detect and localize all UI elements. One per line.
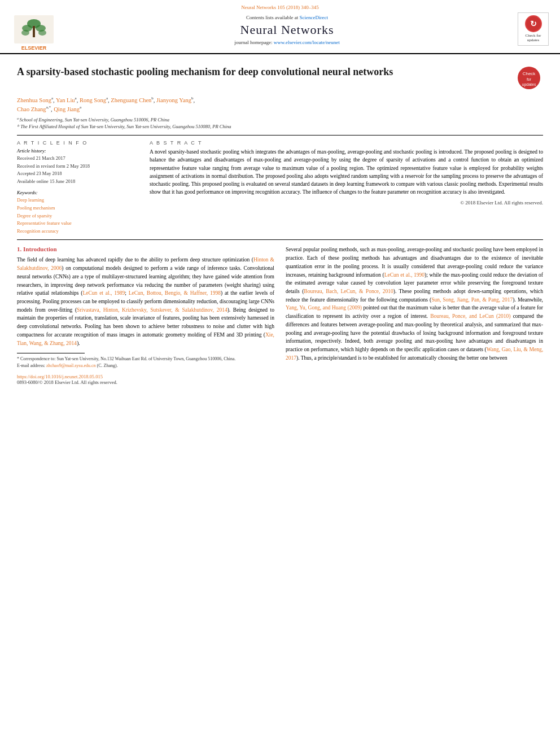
doi-url[interactable]: https://doi.org/10.1016/j.neunet.2018.05…	[17, 374, 103, 379]
homepage-link[interactable]: www.elsevier.com/locate/neunet	[274, 40, 340, 45]
svg-point-6	[38, 30, 46, 36]
article-title: A sparsity-based stochastic pooling mech…	[17, 65, 509, 78]
article-history: Article history: Received 21 March 2017 …	[17, 148, 141, 185]
page-container: Neural Networks 105 (2018) 340–345 ELSEV…	[0, 0, 560, 747]
intro-heading: 1. Introduction	[17, 246, 274, 252]
author-yan-liu[interactable]: Yan Liu	[56, 97, 75, 103]
svg-text:Check: Check	[522, 71, 536, 76]
svg-text:updates: updates	[522, 82, 536, 87]
journal-header: Neural Networks 105 (2018) 340–345 ELSEV…	[0, 0, 560, 54]
ref-lecun-1989[interactable]: LeCun et al., 1989	[82, 290, 125, 296]
revised-date: Received in revised form 2 May 2018	[17, 163, 141, 171]
body-col-left: 1. Introduction The field of deep learni…	[17, 246, 274, 385]
author-rong-song[interactable]: Rong Song	[80, 97, 106, 103]
ref-xie-2014[interactable]: Xie, Tian, Wang, & Zhang, 2014	[17, 332, 274, 346]
article-title-section: A sparsity-based stochastic pooling mech…	[17, 65, 543, 92]
keyword-representative-feature[interactable]: Representative feature value	[17, 220, 141, 228]
article-info-label: A R T I C L E I N F O	[17, 140, 141, 146]
available-date: Available online 15 June 2018	[17, 178, 141, 186]
svg-rect-4	[33, 26, 35, 37]
footnote-star: * Correspondence to: Sun Yat-sen Univers…	[17, 356, 274, 362]
received-date: Received 21 March 2017	[17, 155, 141, 163]
email-label: E-mail address:	[17, 363, 46, 368]
copyright-line: © 2018 Elsevier Ltd. All rights reserved…	[150, 200, 543, 206]
author-zhenguang-chen[interactable]: Zhenguang Chen	[111, 97, 151, 103]
author-chao-zhang[interactable]: Chao Zhang	[17, 106, 46, 112]
body-two-col: 1. Introduction The field of deep learni…	[17, 246, 543, 385]
article-info-abstract: A R T I C L E I N F O Article history: R…	[17, 135, 543, 240]
email-link[interactable]: zhchao9@mail.sysu.edu.cn	[46, 363, 96, 368]
abstract-text: A novel sparsity-based stochastic poolin…	[150, 148, 543, 196]
homepage-label: journal homepage:	[234, 40, 272, 45]
abstract-col: A B S T R A C T A novel sparsity-based s…	[150, 140, 543, 235]
authors-line: Zhenhua Songa, Yan Liua, Rong Songa, Zhe…	[17, 95, 543, 114]
accepted-date: Accepted 23 May 2018	[17, 170, 141, 178]
ref-wang-2017[interactable]: Wang, Gao, Liu, & Meng, 2017	[286, 347, 543, 361]
ref-lecun-1990[interactable]: LeCun et al., 1990	[384, 272, 425, 278]
article-info-col: A R T I C L E I N F O Article history: R…	[17, 140, 141, 235]
abstract-label: A B S T R A C T	[150, 140, 543, 146]
history-values: Received 21 March 2017 Received in revis…	[17, 155, 141, 185]
article-badge: Check for updates	[515, 65, 543, 92]
footnote-divider	[17, 353, 85, 353]
article-content: A sparsity-based stochastic pooling mech…	[0, 54, 560, 391]
journal-title: Neural Networks	[62, 23, 512, 37]
ref-srivastava-2014[interactable]: Srivastava, Hinton, Krizhevsky, Sutskeve…	[77, 307, 228, 313]
check-updates-label: Check for updates	[520, 33, 546, 43]
svg-text:for: for	[526, 77, 531, 81]
doi-link: https://doi.org/10.1016/j.neunet.2018.05…	[17, 374, 274, 379]
author-jianyong-yang[interactable]: Jianyong Yang	[156, 97, 191, 103]
keyword-deep-learning[interactable]: Deep learning	[17, 196, 141, 204]
sciencedirect-link[interactable]: ScienceDirect	[300, 15, 328, 20]
svg-point-5	[21, 30, 29, 36]
ref-boureau-ponce-2010[interactable]: Boureau, Ponce, and LeCun (2010)	[430, 313, 510, 319]
keyword-pooling-mechanism[interactable]: Pooling mechanism	[17, 204, 141, 212]
ref-hinton-2006[interactable]: Hinton & Salakhutdinov, 2006	[17, 257, 274, 271]
intro-right-text: Several popular pooling methods, such as…	[286, 246, 543, 362]
elsevier-svg: ELSEVIER	[11, 12, 56, 52]
check-updates-icon: ↻	[525, 15, 542, 32]
contents-text: Contents lists available at	[246, 15, 298, 20]
journal-top-link[interactable]: Neural Networks 105 (2018) 340–345	[11, 5, 549, 10]
svg-text:ELSEVIER: ELSEVIER	[21, 45, 47, 51]
ref-lecun-1998[interactable]: LeCun, Bottou, Bengio, & Haffner, 1998	[129, 290, 221, 296]
journal-homepage: journal homepage: www.elsevier.com/locat…	[62, 40, 512, 45]
journal-center: Contents lists available at ScienceDirec…	[56, 12, 518, 47]
journal-header-inner: ELSEVIER Contents lists available at Sci…	[11, 12, 549, 53]
ref-yang-2009[interactable]: Yang, Yu, Gong, and Huang (2009)	[286, 305, 362, 311]
author-qing-jiang[interactable]: Qing Jiang	[54, 106, 80, 112]
journal-issue-link[interactable]: Neural Networks 105 (2018) 340–345	[241, 5, 318, 10]
affiliation-b: ᵇ The First Affiliated Hospital of Sun Y…	[17, 123, 543, 130]
elsevier-logo: ELSEVIER	[11, 12, 56, 53]
issn-line: 0893-6080/© 2018 Elsevier Ltd. All right…	[17, 379, 274, 385]
keyword-degree-sparsity[interactable]: Degree of sparsity	[17, 212, 141, 220]
contents-line: Contents lists available at ScienceDirec…	[62, 15, 512, 20]
affiliation-a: ª School of Engineering, Sun Yat-sen Uni…	[17, 116, 543, 124]
affiliations: ª School of Engineering, Sun Yat-sen Uni…	[17, 116, 543, 131]
doi-section: https://doi.org/10.1016/j.neunet.2018.05…	[17, 374, 274, 385]
author-zhenhua-song[interactable]: Zhenhua Song	[17, 97, 51, 103]
check-updates-badge[interactable]: ↻ Check for updates	[518, 12, 549, 46]
footnote-correspondence: * Correspondence to: Sun Yat-sen Univers…	[17, 356, 274, 369]
svg-text:↻: ↻	[530, 19, 537, 28]
email-name: (C. Zhang).	[97, 363, 118, 368]
ref-boureau-2010[interactable]: Boureau, Bach, LeCun, & Ponce, 2010	[304, 289, 393, 294]
history-label: Article history:	[17, 148, 141, 154]
ref-sun-2017[interactable]: Sun, Song, Jiang, Pan, & Pang, 2017	[431, 297, 513, 303]
keyword-recognition-accuracy[interactable]: Recognition accuracy	[17, 228, 141, 235]
keywords-label: Keywords:	[17, 190, 141, 195]
intro-left-text: The field of deep learning has advanced …	[17, 256, 274, 347]
body-col-right: Several popular pooling methods, such as…	[286, 246, 543, 385]
footnote-email: E-mail address: zhchao9@mail.sysu.edu.cn…	[17, 362, 274, 369]
keywords-section: Keywords: Deep learning Pooling mechanis…	[17, 190, 141, 235]
